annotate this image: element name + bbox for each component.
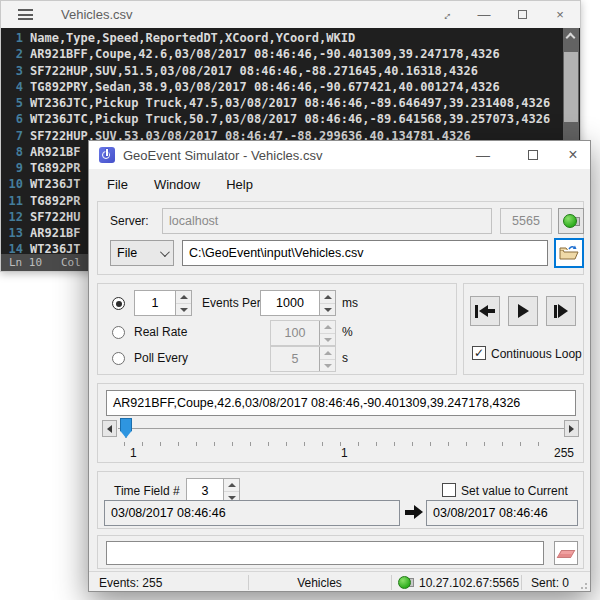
- line-text: SF722HU: [23, 209, 81, 225]
- events-per-radio[interactable]: [112, 297, 125, 310]
- code-line: 4TG892PRY,Sedan,38.9,03/08/2017 08:46:46…: [1, 79, 564, 95]
- progress-bar: [106, 541, 544, 565]
- rate-group: 1 Events Per 1000 ms Real Rate 100 % Pol…: [97, 283, 457, 375]
- restore-diagonal-icon[interactable]: ↔: [438, 7, 454, 22]
- playback-group: ✓ Continuous Loop: [463, 283, 584, 375]
- sent-count: Sent: 0: [531, 576, 569, 590]
- real-rate-radio[interactable]: [112, 326, 125, 339]
- slider-ticks: [124, 442, 556, 446]
- slider-right-button[interactable]: [564, 420, 579, 437]
- step-forward-button[interactable]: [546, 296, 576, 326]
- line-number: 7: [1, 128, 23, 144]
- line-text: WT236JT: [23, 176, 81, 192]
- line-number: 11: [1, 193, 23, 209]
- hamburger-menu-icon[interactable]: [18, 9, 33, 20]
- menu-help[interactable]: Help: [226, 177, 253, 192]
- spin-up-icon[interactable]: [320, 291, 335, 304]
- clear-button[interactable]: [554, 541, 578, 565]
- percent-unit-label: %: [342, 325, 353, 339]
- events-count-spinner[interactable]: 1: [134, 290, 192, 316]
- slider-left-button[interactable]: [102, 420, 117, 437]
- continuous-loop-checkbox[interactable]: ✓: [472, 346, 486, 360]
- feed-name: Vehicles: [248, 576, 391, 590]
- line-text: Name,Type,Speed,ReportedDT,XCoord,YCoord…: [23, 30, 355, 46]
- line-text: TG892PR: [23, 160, 81, 176]
- simulator-window-title: GeoEvent Simulator - Vehicles.csv: [123, 148, 322, 163]
- file-path-input[interactable]: C:\GeoEvent\input\Vehicles.csv: [182, 240, 548, 266]
- spin-up-icon[interactable]: [224, 479, 239, 492]
- maximize-icon[interactable]: [517, 141, 549, 169]
- real-rate-spinner: 100: [270, 320, 336, 346]
- spin-up-icon[interactable]: [176, 291, 191, 304]
- code-line: 3SF722HUP,SUV,51.5,03/08/2017 08:46:46,-…: [1, 63, 564, 79]
- time-field-label: Time Field #: [114, 484, 180, 498]
- server-port-input[interactable]: 5565: [500, 208, 552, 234]
- line-number: 1: [1, 30, 23, 46]
- open-folder-icon: [559, 245, 579, 261]
- real-rate-label: Real Rate: [134, 325, 187, 339]
- minimize-icon[interactable]: —: [467, 141, 499, 169]
- play-button[interactable]: [508, 296, 538, 326]
- menu-window[interactable]: Window: [154, 177, 200, 192]
- server-group: Server: localhost 5565 File C:\GeoEvent\…: [97, 201, 584, 275]
- geoevent-simulator-window: GeoEvent Simulator - Vehicles.csv — × Fi…: [88, 140, 591, 592]
- slider-current-label: 1: [341, 446, 348, 460]
- continuous-loop-label: Continuous Loop: [491, 347, 582, 361]
- column-indicator: Col: [61, 254, 81, 271]
- line-number: 3: [1, 63, 23, 79]
- line-text: AR921BF: [23, 225, 81, 241]
- line-number: 9: [1, 160, 23, 176]
- server-label: Server:: [110, 214, 149, 228]
- scrollbar-thumb[interactable]: [564, 52, 578, 122]
- browse-folder-button[interactable]: [554, 238, 584, 268]
- poll-spinner: 5: [270, 346, 336, 372]
- minimize-icon[interactable]: —: [476, 7, 492, 22]
- line-number: 10: [1, 176, 23, 192]
- scroll-up-icon[interactable]: [565, 33, 575, 43]
- editor-titlebar: Vehicles.csv ↔ — ×: [1, 1, 580, 28]
- menu-bar: File Window Help: [89, 169, 590, 199]
- poll-every-radio[interactable]: [112, 352, 125, 365]
- slider-thumb[interactable]: [120, 418, 132, 438]
- spin-down-icon[interactable]: [176, 304, 191, 316]
- editor-window-title: Vehicles.csv: [61, 7, 133, 22]
- connect-green-icon: [563, 214, 577, 228]
- line-number: 6: [1, 111, 23, 127]
- menu-file[interactable]: File: [107, 177, 128, 192]
- arrow-right-icon: [405, 505, 423, 520]
- close-icon[interactable]: ×: [552, 7, 568, 22]
- code-line: 6WT236JTC,Pickup Truck,50.7,03/08/2017 0…: [1, 111, 564, 127]
- line-number: 4: [1, 79, 23, 95]
- line-text: TG892PRY,Sedan,38.9,03/08/2017 08:46:46,…: [23, 79, 500, 95]
- server-host-input[interactable]: localhost: [162, 208, 492, 234]
- line-number: 2: [1, 46, 23, 62]
- interval-spinner[interactable]: 1000: [260, 290, 336, 316]
- time-group: Time Field # 3 Set value to Current Time…: [97, 471, 584, 529]
- target-time-field[interactable]: 03/08/2017 08:46:46: [426, 500, 578, 526]
- slider-min-label: 1: [130, 446, 137, 460]
- line-text: WT236JTC,Pickup Truck,47.5,03/08/2017 08…: [23, 95, 550, 111]
- close-icon[interactable]: ×: [557, 141, 589, 169]
- simulator-statusbar: Events: 255 Vehicles 10.27.102.67:5565 S…: [89, 571, 590, 592]
- source-type-select[interactable]: File: [110, 240, 174, 266]
- slider-max-label: 255: [542, 446, 574, 460]
- simulator-titlebar: GeoEvent Simulator - Vehicles.csv — ×: [89, 141, 590, 169]
- maximize-icon[interactable]: [514, 7, 530, 22]
- current-event-input[interactable]: AR921BFF,Coupe,42.6,03/08/2017 08:46:46,…: [106, 390, 576, 416]
- ms-unit-label: ms: [342, 296, 358, 310]
- line-indicator: Ln 10: [9, 254, 42, 271]
- current-time-checkbox[interactable]: [442, 483, 456, 497]
- source-time-field[interactable]: 03/08/2017 08:46:46: [104, 500, 400, 526]
- connect-button[interactable]: [558, 208, 584, 234]
- events-per-label: Events Per: [202, 296, 261, 310]
- spin-down-icon[interactable]: [320, 304, 335, 316]
- line-text: WT236JTC,Pickup Truck,50.7,03/08/2017 08…: [23, 111, 550, 127]
- preview-group: AR921BFF,Coupe,42.6,03/08/2017 08:46:46,…: [97, 383, 584, 463]
- chevron-down-icon: [160, 247, 170, 257]
- line-text: SF722HUP,SUV,51.5,03/08/2017 08:46:46,-8…: [23, 63, 478, 79]
- resize-grip[interactable]: [578, 580, 587, 589]
- line-text: AR921BF: [23, 144, 81, 160]
- skip-to-start-button[interactable]: [470, 296, 500, 326]
- slider-track[interactable]: [118, 428, 564, 429]
- line-text: TG892PR: [23, 193, 81, 209]
